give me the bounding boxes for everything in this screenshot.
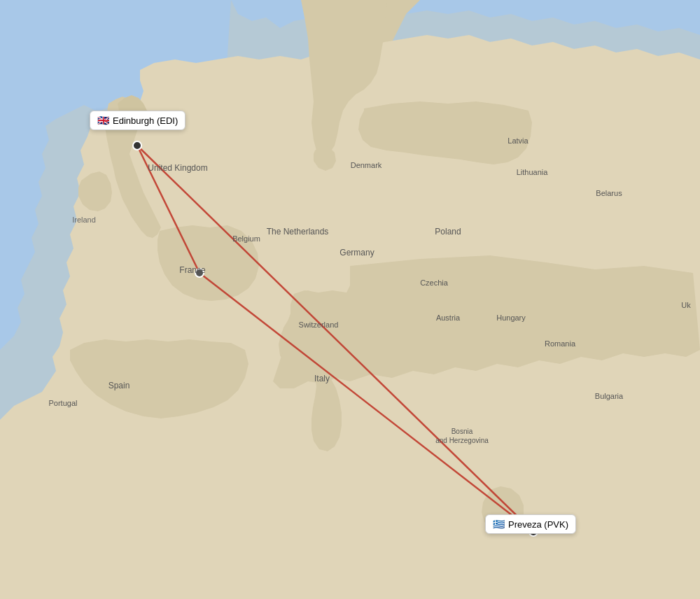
bosnia-label2: and Herzegovina (435, 437, 489, 444)
edinburgh-name: Edinburgh (EDI) (113, 115, 178, 126)
romania-label: Romania (545, 339, 576, 348)
germany-label: Germany (340, 248, 374, 258)
bosnia-label: Bosnia (451, 428, 473, 435)
netherlands-label: The Netherlands (267, 227, 329, 237)
preveza-name: Preveza (PVK) (508, 519, 568, 530)
uk-label: United Kingdom (148, 163, 207, 173)
bulgaria-label: Bulgaria (595, 392, 624, 400)
switzerland-label: Switzerland (299, 320, 339, 329)
portugal-label: Portugal (49, 399, 78, 407)
ireland-label: Ireland (72, 216, 96, 224)
edinburgh-dot (133, 141, 141, 150)
hungary-label: Hungary (496, 313, 526, 322)
poland-label: Poland (435, 227, 461, 237)
belarus-label: Belarus (596, 189, 622, 197)
belgium-label: Belgium (232, 234, 260, 243)
preveza-flag: 🇬🇷 (493, 519, 505, 530)
france-label: France (179, 265, 206, 275)
spain-label: Spain (108, 381, 130, 390)
lithuania-label: Lithuania (517, 168, 549, 176)
austria-label: Austria (436, 313, 461, 322)
map-container: United Kingdom Ireland France Spain Port… (0, 0, 700, 599)
denmark-label: Denmark (351, 161, 382, 169)
map-svg: United Kingdom Ireland France Spain Port… (0, 0, 700, 599)
latvia-label: Latvia (507, 136, 528, 145)
preveza-label: 🇬🇷 Preveza (PVK) (485, 514, 576, 534)
czechia-label: Czechia (420, 279, 449, 287)
edinburgh-flag: 🇬🇧 (97, 115, 109, 126)
italy-label: Italy (314, 374, 330, 383)
edinburgh-label: 🇬🇧 Edinburgh (EDI) (90, 111, 186, 130)
uk-east-label: Uk (681, 301, 691, 309)
